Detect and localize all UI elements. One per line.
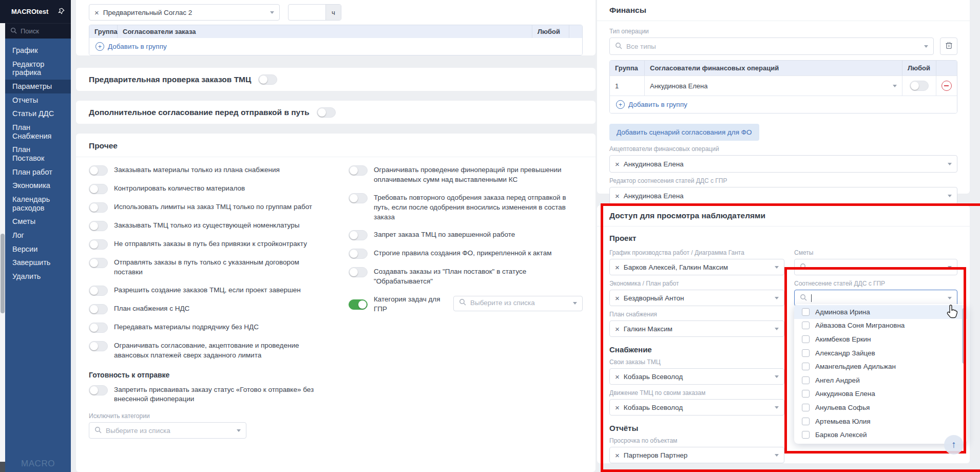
- gpr-category-select[interactable]: Выберите из списка: [453, 296, 583, 311]
- toggle[interactable]: [89, 239, 108, 250]
- pin-icon[interactable]: [58, 8, 65, 16]
- sidebar-item-work-plan[interactable]: План работ: [5, 165, 71, 179]
- sidebar-item-supply-plan[interactable]: План Снабжения: [5, 121, 71, 143]
- clear-icon[interactable]: [615, 263, 620, 271]
- exclude-categories-select[interactable]: Выберите из списка: [89, 422, 246, 439]
- add-to-group-link[interactable]: Добавить в группу: [628, 101, 687, 108]
- approval-stage-select[interactable]: Предварительный Соглас 2: [89, 4, 280, 21]
- scroll-to-top-button[interactable]: [944, 435, 964, 455]
- own-orders-select[interactable]: Кобзарь Всеволод: [609, 368, 784, 385]
- sidebar-item-expense-calendar[interactable]: Календарь расходов: [5, 193, 71, 215]
- dds-editor-select[interactable]: Анкудинова Елена: [609, 187, 957, 204]
- dropdown-option[interactable]: Амангельдиев Адильжан: [794, 360, 967, 373]
- sidebar-item-estimates[interactable]: Сметы: [5, 215, 71, 229]
- minus-circle-icon[interactable]: [941, 81, 952, 91]
- sidebar-item-dds-articles[interactable]: Статьи ДДС: [5, 107, 71, 121]
- readiness-title: Готовность к отправке: [89, 371, 329, 379]
- search-icon: [459, 298, 466, 309]
- checkbox[interactable]: [802, 376, 810, 384]
- checkbox[interactable]: [802, 363, 810, 370]
- any-toggle[interactable]: [910, 81, 929, 91]
- toggle[interactable]: [89, 184, 108, 194]
- page-scrollbar[interactable]: [0, 0, 5, 472]
- dropdown-option[interactable]: Анульева Софья: [794, 401, 967, 414]
- checkbox[interactable]: [802, 349, 810, 357]
- clear-icon[interactable]: [94, 9, 99, 16]
- sidebar-item-schedule[interactable]: График: [5, 44, 71, 58]
- sidebar-item-versions[interactable]: Версии: [5, 242, 71, 256]
- checkbox[interactable]: [802, 335, 810, 343]
- sidebar-item-parameters[interactable]: Параметры: [5, 80, 71, 93]
- operation-type-select[interactable]: Все типы: [609, 37, 934, 55]
- add-scenario-button[interactable]: Добавить сценарий согласования для ФО: [609, 124, 759, 141]
- acceptors-select[interactable]: Анкудинова Елена: [609, 155, 957, 173]
- clear-icon[interactable]: [615, 373, 620, 381]
- dropdown-option[interactable]: Айвазова Соня Миграновна: [794, 319, 967, 333]
- sidebar-item-schedule-editor[interactable]: Редактор графика: [5, 58, 71, 80]
- hours-field[interactable]: ч: [288, 4, 341, 21]
- checkbox[interactable]: [802, 322, 810, 329]
- toggle[interactable]: [89, 323, 108, 333]
- add-to-group-row[interactable]: Добавить в группу: [89, 38, 582, 55]
- overdue-select[interactable]: Партнеров Партнер: [609, 447, 784, 463]
- add-to-group-link[interactable]: Добавить в группу: [108, 43, 167, 50]
- sidebar-item-finish[interactable]: Завершить: [5, 256, 71, 270]
- sidebar-search-input[interactable]: Поиск: [5, 23, 71, 39]
- dropdown-option[interactable]: Админова Ирина: [794, 305, 967, 319]
- clear-icon[interactable]: [615, 404, 620, 411]
- sidebar-item-delivery-plan[interactable]: План Поставок: [5, 143, 71, 165]
- toggle[interactable]: [89, 258, 108, 268]
- approver-value: Анкудинова Елена: [650, 82, 708, 90]
- supply-plan-select[interactable]: Галкин Максим: [609, 320, 784, 337]
- estimates-select[interactable]: [794, 259, 957, 275]
- sidebar-item-delete[interactable]: Удалить: [5, 270, 71, 284]
- any-toggle-cell: [902, 76, 936, 96]
- toggle[interactable]: [89, 202, 108, 213]
- toggle[interactable]: [349, 165, 368, 176]
- approver-select[interactable]: Анкудинова Елена: [645, 76, 902, 96]
- toggle[interactable]: [89, 165, 108, 176]
- checkbox[interactable]: [802, 308, 810, 316]
- gpr-category-toggle[interactable]: [349, 299, 368, 310]
- toggle[interactable]: [89, 221, 108, 231]
- dropdown-option[interactable]: Анкудинова Елена: [794, 387, 967, 401]
- precheck-toggle[interactable]: [258, 74, 277, 85]
- col-actions: [569, 25, 582, 38]
- checkbox[interactable]: [802, 404, 810, 411]
- dropdown-option[interactable]: Акимбеков Еркин: [794, 332, 967, 346]
- toggle[interactable]: [349, 230, 368, 240]
- gantt-select[interactable]: Барков Алексей, Галкин Максим: [609, 259, 784, 275]
- add-to-group-row[interactable]: Добавить в группу: [610, 96, 957, 113]
- trash-icon: [945, 41, 953, 51]
- toggle[interactable]: [349, 193, 368, 203]
- scrollbar-thumb[interactable]: [1, 234, 5, 313]
- clear-icon[interactable]: [615, 325, 620, 333]
- extra-approval-toggle[interactable]: [317, 107, 336, 118]
- checkbox[interactable]: [802, 418, 810, 425]
- hours-input[interactable]: [289, 5, 325, 20]
- toggle[interactable]: [89, 286, 108, 296]
- checkbox[interactable]: [802, 431, 810, 439]
- dropdown-option[interactable]: Артемьева Юлия: [794, 414, 967, 428]
- toggle[interactable]: [349, 267, 368, 277]
- brand-logo: MACROtest: [11, 8, 48, 15]
- dropdown-option[interactable]: Ангел Андрей: [794, 373, 967, 387]
- clear-icon[interactable]: [615, 294, 620, 302]
- sidebar-item-economics[interactable]: Экономика: [5, 179, 71, 193]
- checkbox[interactable]: [802, 390, 810, 398]
- dropdown-option[interactable]: Александр Зайцев: [794, 346, 967, 360]
- dropdown-option[interactable]: Барков Алексей: [794, 428, 967, 442]
- sidebar-item-log[interactable]: Лог: [5, 229, 71, 242]
- sidebar-item-reports[interactable]: Отчеты: [5, 93, 71, 107]
- economy-select[interactable]: Бездворный Антон: [609, 290, 784, 306]
- toggle[interactable]: [89, 385, 108, 395]
- clear-icon[interactable]: [615, 451, 620, 459]
- toggle[interactable]: [89, 341, 108, 351]
- clear-icon[interactable]: [615, 160, 620, 168]
- delete-scenario-button[interactable]: [940, 37, 957, 55]
- toggle[interactable]: [349, 249, 368, 259]
- movement-select[interactable]: Кобзарь Всеволод: [609, 399, 784, 416]
- clear-icon[interactable]: [615, 192, 620, 200]
- dropdown-scrollbar-thumb[interactable]: [962, 308, 966, 364]
- toggle[interactable]: [89, 304, 108, 314]
